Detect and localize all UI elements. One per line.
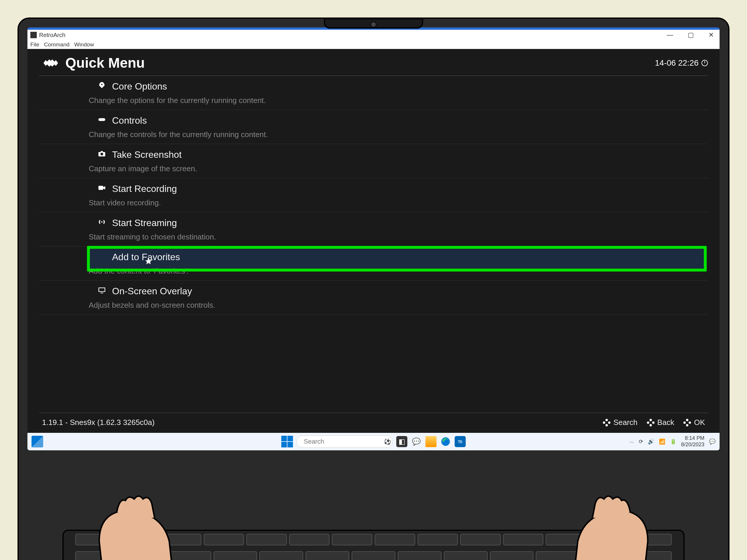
svg-rect-0 bbox=[99, 288, 105, 291]
camera-icon bbox=[370, 22, 377, 27]
search-input[interactable] bbox=[304, 438, 384, 445]
store-icon[interactable]: 🛍 bbox=[455, 436, 466, 447]
retroarch-app: Quick Menu 14-06 22:26 Core Options Chan… bbox=[27, 49, 720, 433]
cloud-sync-icon[interactable]: ⟳ bbox=[639, 438, 643, 445]
close-button[interactable]: ✕ bbox=[705, 31, 717, 39]
quick-menu-header: Quick Menu 14-06 22:26 bbox=[27, 49, 720, 76]
laptop-screen: RetroArch — ▢ ✕ File Command Window Quic… bbox=[27, 27, 720, 450]
tray-overflow-icon[interactable]: ︿ bbox=[629, 439, 634, 445]
taskbar-search[interactable]: ⚽ bbox=[297, 435, 393, 448]
taskbar-clock[interactable]: 8:14 PM 8/20/2023 bbox=[681, 435, 704, 448]
window-controls: — ▢ ✕ bbox=[664, 31, 717, 39]
quick-menu-list: Core Options Change the options for the … bbox=[39, 76, 708, 315]
clock: 14-06 22:26 bbox=[655, 58, 708, 68]
notifications-icon[interactable]: 💬 bbox=[709, 438, 716, 445]
laptop-frame: RetroArch — ▢ ✕ File Command Window Quic… bbox=[18, 18, 729, 560]
menu-item-on-screen-overlay[interactable]: On-Screen Overlay Adjust bezels and on-s… bbox=[39, 281, 708, 315]
taskview-icon[interactable]: ◧ bbox=[396, 436, 407, 447]
battery-icon[interactable]: 🔋 bbox=[670, 438, 676, 445]
volume-icon[interactable]: 🔊 bbox=[648, 438, 654, 445]
minimize-button[interactable]: — bbox=[664, 31, 676, 39]
clock-text: 14-06 22:26 bbox=[655, 58, 699, 68]
chat-icon[interactable]: 💬 bbox=[411, 436, 422, 447]
menu-desc: Adjust bezels and on-screen controls. bbox=[86, 301, 708, 310]
hand-illustration bbox=[566, 483, 665, 560]
menu-item-start-recording[interactable]: Start Recording Start video recording. bbox=[39, 178, 708, 212]
taskbar-center: ⚽ ◧ 💬 🛍 bbox=[281, 435, 466, 448]
widgets-icon[interactable] bbox=[31, 436, 43, 447]
search-button[interactable]: Search bbox=[602, 418, 637, 427]
menu-label: Start Streaming bbox=[86, 218, 708, 229]
menu-label: Take Screenshot bbox=[86, 149, 708, 160]
broadcast-icon bbox=[98, 218, 106, 226]
page-title: Quick Menu bbox=[66, 55, 655, 71]
back-button[interactable]: Back bbox=[646, 418, 674, 427]
menu-file[interactable]: File bbox=[30, 42, 40, 48]
hand-illustration bbox=[82, 483, 181, 560]
videocam-icon bbox=[98, 183, 106, 192]
menu-item-take-screenshot[interactable]: Take Screenshot Capture an image of the … bbox=[39, 144, 708, 178]
clock-icon bbox=[701, 60, 708, 66]
start-button[interactable] bbox=[281, 436, 293, 447]
taskbar-left bbox=[31, 436, 43, 447]
app-icon bbox=[30, 32, 37, 38]
menubar: File Command Window bbox=[27, 40, 720, 49]
button-glyph-icon bbox=[602, 418, 611, 427]
menu-label: On-Screen Overlay bbox=[86, 286, 708, 297]
menu-desc: Capture an image of the screen. bbox=[86, 164, 708, 173]
menu-command[interactable]: Command bbox=[44, 42, 70, 48]
menu-label: Controls bbox=[86, 115, 708, 126]
footer-buttons: Search Back OK bbox=[602, 418, 705, 427]
window-title: RetroArch bbox=[39, 32, 664, 38]
button-glyph-icon bbox=[646, 418, 655, 427]
date-text: 8/20/2023 bbox=[681, 442, 704, 448]
menu-desc: Change the controls for the currently ru… bbox=[86, 130, 708, 139]
menu-label: Core Options bbox=[86, 81, 708, 92]
edge-icon[interactable] bbox=[440, 436, 451, 447]
gamepad-icon bbox=[98, 115, 106, 124]
button-label: OK bbox=[694, 418, 705, 427]
divider bbox=[39, 413, 708, 413]
menu-label: Start Recording bbox=[86, 183, 708, 194]
menu-item-controls[interactable]: Controls Change the controls for the cur… bbox=[39, 110, 708, 144]
menu-label: Add to Favorites bbox=[86, 252, 708, 263]
taskbar-right: ︿ ⟳ 🔊 📶 🔋 8:14 PM 8/20/2023 💬 bbox=[629, 435, 716, 448]
menu-window[interactable]: Window bbox=[74, 42, 94, 48]
version-text: 1.19.1 - Snes9x (1.62.3 3265c0a) bbox=[42, 418, 602, 427]
monitor-icon bbox=[98, 286, 106, 295]
button-label: Back bbox=[658, 418, 674, 427]
windows-taskbar: ⚽ ◧ 💬 🛍 ︿ ⟳ 🔊 📶 🔋 8:14 PM 8/20/2023 bbox=[27, 433, 720, 450]
rocket-icon bbox=[98, 81, 106, 90]
menu-item-core-options[interactable]: Core Options Change the options for the … bbox=[39, 76, 708, 110]
explorer-icon[interactable] bbox=[426, 436, 437, 447]
ok-button[interactable]: OK bbox=[683, 418, 705, 427]
menu-item-add-to-favorites[interactable]: Add to Favorites Add the content to 'Fav… bbox=[39, 246, 708, 281]
retroarch-logo-icon bbox=[42, 57, 59, 69]
laptop-notch bbox=[324, 18, 423, 29]
menu-desc: Change the options for the currently run… bbox=[86, 96, 708, 105]
wifi-icon[interactable]: 📶 bbox=[659, 438, 665, 445]
button-label: Search bbox=[613, 418, 637, 427]
window-titlebar: RetroArch — ▢ ✕ bbox=[27, 30, 720, 40]
retroarch-footer: 1.19.1 - Snes9x (1.62.3 3265c0a) Search … bbox=[27, 413, 720, 433]
star-icon bbox=[144, 257, 153, 266]
menu-desc: Start streaming to chosen destination. bbox=[86, 233, 708, 241]
button-glyph-icon bbox=[683, 418, 692, 427]
time-text: 8:14 PM bbox=[681, 435, 704, 442]
search-decoration-icon: ⚽ bbox=[384, 438, 391, 445]
menu-item-start-streaming[interactable]: Start Streaming Start streaming to chose… bbox=[39, 212, 708, 246]
menu-desc: Start video recording. bbox=[86, 198, 708, 207]
maximize-button[interactable]: ▢ bbox=[685, 31, 697, 39]
camera-icon bbox=[98, 149, 106, 158]
